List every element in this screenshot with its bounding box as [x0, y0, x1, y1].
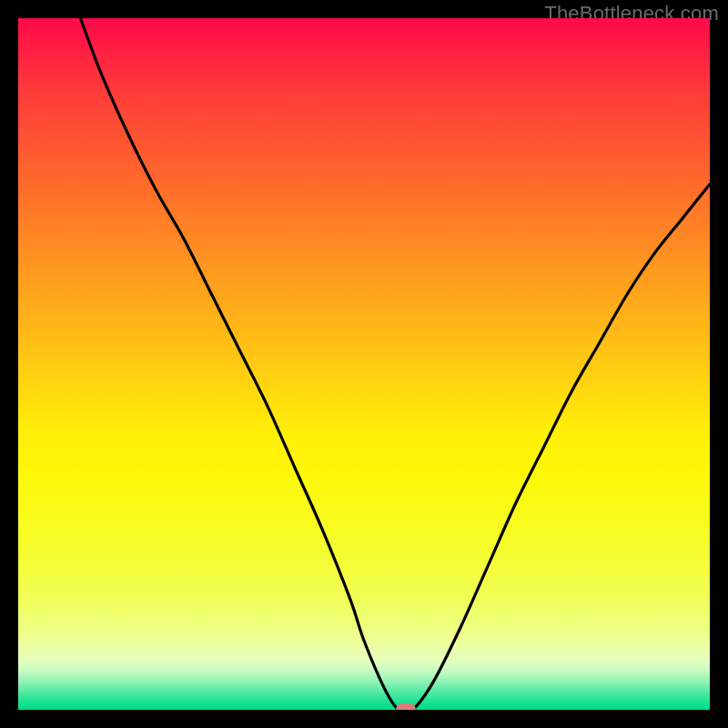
optimum-marker — [396, 703, 416, 710]
chart-frame: TheBottleneck.com — [0, 0, 728, 728]
curve-path — [80, 18, 710, 710]
plot-area — [18, 18, 710, 710]
bottleneck-curve — [18, 18, 710, 710]
